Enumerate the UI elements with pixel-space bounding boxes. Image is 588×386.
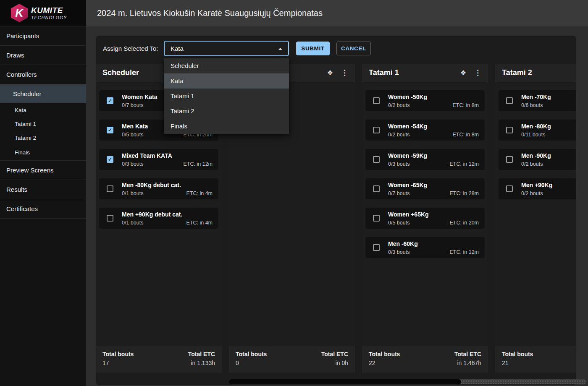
category-card[interactable]: ✓ Men +90Kg 0/2 bouts [499, 178, 576, 199]
checkbox-unchecked[interactable]: ✓ [373, 156, 380, 163]
horizontal-scrollbar-thumb[interactable] [229, 379, 461, 384]
column-title: Tatami 2 [502, 68, 576, 77]
category-card[interactable]: ✓ Women -65Kg 0/7 bouts ETC: in 28m [365, 178, 485, 199]
sidebar-item-participants[interactable]: Participants [0, 26, 86, 46]
brand-name: KUMITE [31, 6, 67, 14]
category-name: Women -65Kg [388, 182, 479, 188]
bouts-count: 0/3 bouts [388, 249, 410, 255]
sidebar-nav: Participants Draws Controllers Scheduler… [0, 26, 86, 219]
menu-option-kata[interactable]: Kata [164, 73, 289, 89]
sidebar-item-kata[interactable]: Kata [0, 103, 86, 117]
checkbox-checked[interactable]: ✓ [107, 97, 113, 104]
select-value: Kata [171, 45, 184, 52]
sidebar-item-certificates[interactable]: Certificates [0, 199, 86, 219]
checkbox-unchecked[interactable]: ✓ [373, 244, 380, 251]
checkbox-unchecked[interactable]: ✓ [506, 156, 513, 163]
chevron-up-icon: ▲ [277, 47, 283, 51]
total-etc-label: Total ETC [321, 351, 348, 357]
assign-target-menu: Scheduler Kata Tatami 1 Tatami 2 Finals [164, 58, 289, 134]
bouts-count: 0/1 bouts [122, 220, 143, 226]
move-icon[interactable]: ❖ [460, 69, 466, 77]
sidebar-item-finals[interactable]: Finals [0, 145, 86, 161]
sidebar-item-scheduler[interactable]: Scheduler [0, 84, 86, 103]
total-bouts-label: Total bouts [369, 351, 400, 357]
category-card[interactable]: ✓ Men -60Kg 0/3 bouts ETC: in 12m [365, 237, 485, 258]
category-name: Men -80Kg debut cat. [122, 182, 213, 188]
total-etc-value: in 1.467h [454, 360, 481, 366]
category-card[interactable]: ✓ Men -70Kg 0/6 bouts [499, 90, 576, 111]
checkbox-unchecked[interactable]: ✓ [506, 127, 513, 133]
logo-hexagon-icon: K [11, 4, 28, 22]
checkbox-unchecked[interactable]: ✓ [506, 185, 513, 192]
submit-button[interactable]: SUBMIT [296, 42, 330, 55]
bouts-count: 0/11 bouts [521, 132, 545, 138]
total-bouts-value: 21 [502, 360, 533, 366]
sidebar-item-results[interactable]: Results [0, 180, 86, 199]
checkbox-unchecked[interactable]: ✓ [373, 127, 380, 133]
menu-option-tatami-1[interactable]: Tatami 1 [164, 89, 289, 104]
category-card[interactable]: ✓ Women -59Kg 0/3 bouts ETC: in 12m [365, 149, 485, 170]
checkbox-unchecked[interactable]: ✓ [107, 215, 113, 222]
category-name: Men +90Kg debut cat. [122, 211, 213, 218]
checkbox-unchecked[interactable]: ✓ [107, 185, 113, 192]
move-icon[interactable]: ❖ [327, 69, 333, 77]
category-card[interactable]: ✓ Women -50Kg 0/2 bouts ETC: in 8m [365, 90, 485, 111]
sidebar-item-tatami-1[interactable]: Tatami 1 [0, 117, 86, 131]
assign-selected-label: Assign Selected To: [103, 36, 158, 61]
checkbox-checked[interactable]: ✓ [107, 127, 113, 133]
column-tatami-1: Tatami 1 ❖ ⋮ ✓ Women -50Kg 0/2 bouts ETC… [362, 64, 488, 373]
column-footer: Total bouts 21 [495, 346, 576, 373]
checkbox-unchecked[interactable]: ✓ [373, 185, 380, 192]
total-etc-label: Total ETC [454, 351, 481, 357]
category-card[interactable]: ✓ Men -80Kg debut cat. 0/1 bouts ETC: in… [99, 178, 218, 199]
column-tatami-2: Tatami 2 ❖ ⋮ ✓ Men -70Kg 0/6 bouts [495, 64, 576, 373]
total-bouts-value: 22 [369, 360, 400, 366]
sidebar-item-draws[interactable]: Draws [0, 46, 86, 65]
category-name: Men -80Kg [521, 123, 576, 130]
column-title: Tatami 1 [369, 68, 460, 77]
menu-option-finals[interactable]: Finals [164, 119, 289, 134]
category-card[interactable]: ✓ Men -90Kg 0/2 bouts [499, 149, 576, 170]
category-name: Men +90Kg [521, 182, 576, 188]
category-card[interactable]: ✓ Women -54Kg 0/2 bouts ETC: in 8m [365, 120, 485, 141]
category-name: Women -59Kg [388, 152, 479, 159]
category-name: Men -70Kg [521, 94, 576, 100]
top-header: 2024 m. Lietuvos Kiokušin Karatė Suaugus… [86, 0, 588, 26]
menu-option-scheduler[interactable]: Scheduler [164, 58, 289, 73]
column-footer: Total bouts 17 Total ETC in 1.133h [96, 346, 222, 373]
horizontal-scrollbar[interactable] [229, 379, 586, 384]
etc-value: ETC: in 8m [452, 132, 479, 138]
bouts-count: 0/2 bouts [388, 132, 410, 138]
total-bouts-label: Total bouts [102, 351, 134, 357]
bouts-count: 0/2 bouts [388, 102, 410, 108]
category-name: Mixed Team KATA [122, 152, 213, 159]
total-etc-value: in 1.133h [188, 360, 215, 366]
checkbox-unchecked[interactable]: ✓ [373, 97, 380, 104]
page-title: 2024 m. Lietuvos Kiokušin Karatė Suaugus… [86, 0, 588, 26]
etc-value: ETC: in 12m [450, 161, 479, 167]
category-card[interactable]: ✓ Women +65Kg 0/5 bouts ETC: in 20m [365, 208, 485, 229]
assign-target-select[interactable]: Kata ▲ [164, 41, 289, 56]
more-menu-icon[interactable]: ⋮ [341, 68, 348, 77]
category-name: Men -60Kg [388, 240, 479, 247]
sidebar-item-controllers[interactable]: Controllers [0, 65, 86, 84]
total-bouts-label: Total bouts [502, 351, 533, 357]
column-tatami-1-body: ✓ Women -50Kg 0/2 bouts ETC: in 8m ✓ Wom… [362, 82, 488, 346]
category-card[interactable]: ✓ Men -80Kg 0/11 bouts [499, 120, 576, 141]
checkbox-checked[interactable]: ✓ [107, 156, 113, 163]
cancel-button[interactable]: CANCEL [336, 42, 371, 55]
menu-option-tatami-2[interactable]: Tatami 2 [164, 104, 289, 119]
category-card[interactable]: ✓ Men +90Kg debut cat. 0/1 bouts ETC: in… [99, 208, 218, 229]
total-bouts-label: Total bouts [236, 351, 267, 357]
bouts-count: 0/7 bouts [388, 190, 410, 196]
checkbox-unchecked[interactable]: ✓ [373, 215, 380, 222]
etc-value: ETC: in 8m [452, 102, 479, 108]
bouts-count: 0/2 bouts [521, 161, 543, 167]
more-menu-icon[interactable]: ⋮ [474, 68, 481, 77]
sidebar-item-preview-screens[interactable]: Preview Screens [0, 161, 86, 180]
app-logo: K KUMITE TECHNOLOGY [0, 0, 86, 26]
checkbox-unchecked[interactable]: ✓ [506, 97, 513, 104]
sidebar-item-tatami-2[interactable]: Tatami 2 [0, 131, 86, 145]
sidebar: K KUMITE TECHNOLOGY Participants Draws C… [0, 0, 86, 386]
category-card[interactable]: ✓ Mixed Team KATA 0/3 bouts ETC: in 12m [99, 149, 218, 170]
